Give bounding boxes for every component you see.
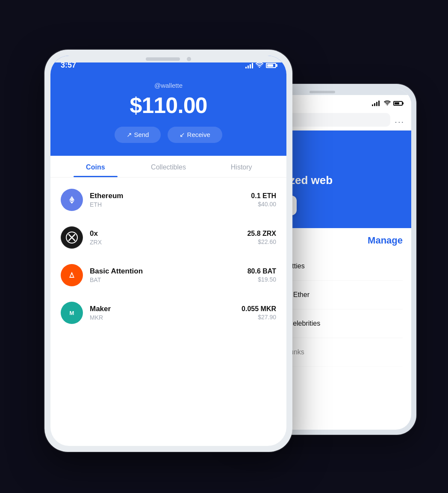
send-button[interactable]: ↗ Send <box>115 127 161 143</box>
eth-symbol: ETH <box>90 201 244 208</box>
phone-speaker <box>146 57 180 61</box>
phone-1-inner: 3:57 <box>50 56 286 446</box>
zrx-symbol: ZRX <box>90 239 240 246</box>
eth-coin-info: Ethereum ETH <box>90 192 244 208</box>
receive-button[interactable]: ↙ Receive <box>168 127 222 143</box>
bat-balance: 80.6 BAT $19.50 <box>248 267 276 283</box>
battery-fill <box>267 64 273 67</box>
mkr-coin-info: Maker MKR <box>90 305 235 321</box>
eth-amount: 0.1 ETH <box>251 192 276 200</box>
mkr-coin-icon: M <box>61 302 83 324</box>
tab-coins[interactable]: Coins <box>59 156 132 177</box>
bat-coin-info: Basic Attention BAT <box>90 267 241 283</box>
wallet-balance: $110.00 <box>61 92 276 118</box>
mkr-amount: 0.055 MKR <box>242 305 276 313</box>
battery-icon <box>266 63 276 68</box>
p2-speaker <box>309 91 335 93</box>
coin-list: Ethereum ETH 0.1 ETH $40.00 <box>50 178 286 335</box>
wifi-icon <box>256 62 263 69</box>
zrx-balance: 25.8 ZRX $22.60 <box>247 230 276 245</box>
wallet-username: @wallette <box>61 82 276 89</box>
tab-bar: Coins Collectibles History <box>50 156 286 178</box>
bat-usd: $19.50 <box>248 276 276 283</box>
mkr-usd: $27.90 <box>242 314 276 321</box>
phone-top-bar <box>50 56 286 62</box>
p2-signal-bars-icon <box>372 100 380 106</box>
eth-coin-icon <box>61 189 83 211</box>
phone-camera <box>187 57 191 61</box>
bat-amount: 80.6 BAT <box>248 267 276 275</box>
coin-item-eth[interactable]: Ethereum ETH 0.1 ETH $40.00 <box>50 181 286 219</box>
p2-signal-bar-1 <box>372 104 373 106</box>
scene: 3:57 <box>32 33 416 460</box>
p2-wifi-icon <box>384 99 391 107</box>
signal-bar-1 <box>245 67 247 68</box>
zrx-usd: $22.60 <box>247 238 276 245</box>
signal-bar-4 <box>252 63 253 68</box>
coin-item-mkr[interactable]: M Maker MKR 0.055 MKR $27.90 <box>50 294 286 332</box>
tab-history[interactable]: History <box>205 156 278 177</box>
eth-name: Ethereum <box>90 192 244 200</box>
p2-more-dots[interactable]: ... <box>395 115 404 125</box>
p2-battery-fill <box>395 102 399 104</box>
signal-bar-2 <box>248 65 249 68</box>
coin-item-zrx[interactable]: 0x ZRX 25.8 ZRX $22.60 <box>50 219 286 256</box>
status-icons <box>245 62 276 69</box>
phone-1: 3:57 <box>44 50 292 452</box>
wallet-actions: ↗ Send ↙ Receive <box>61 127 276 143</box>
bat-name: Basic Attention <box>90 267 241 276</box>
p2-signal-bar-2 <box>374 103 375 106</box>
p2-battery-tip <box>403 102 404 104</box>
p2-signal-bar-3 <box>376 102 377 106</box>
zrx-amount: 25.8 ZRX <box>247 230 276 238</box>
mkr-balance: 0.055 MKR $27.90 <box>242 305 276 321</box>
bat-coin-icon <box>61 264 83 286</box>
eth-usd: $40.00 <box>251 201 276 208</box>
wallet-header: @wallette $110.00 ↗ Send ↙ Receive <box>50 73 286 156</box>
zrx-coin-info: 0x ZRX <box>90 229 240 246</box>
p2-battery-icon <box>393 101 403 106</box>
bat-symbol: BAT <box>90 276 241 283</box>
svg-text:M: M <box>70 310 74 316</box>
p2-signal-bar-4 <box>378 101 380 106</box>
signal-bars-icon <box>245 62 253 68</box>
tab-collectibles[interactable]: Collectibles <box>132 156 205 177</box>
mkr-name: Maker <box>90 305 235 313</box>
mkr-symbol: MKR <box>90 314 235 321</box>
signal-bar-3 <box>250 64 251 68</box>
zrx-name: 0x <box>90 229 240 238</box>
eth-balance: 0.1 ETH $40.00 <box>251 192 276 208</box>
coin-item-bat[interactable]: Basic Attention BAT 80.6 BAT $19.50 <box>50 256 286 294</box>
zrx-coin-icon <box>61 226 83 249</box>
